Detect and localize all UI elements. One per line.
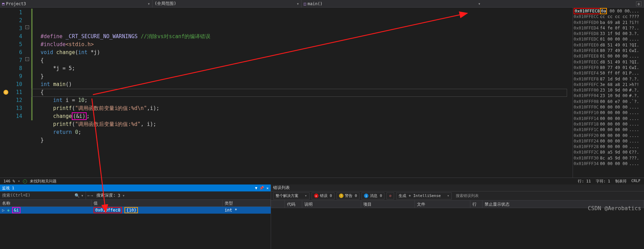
watch-title: 监视 1 xyxy=(2,186,14,191)
messages-filter[interactable]: i消息 0 xyxy=(362,192,384,199)
watch-columns: 名称 值 类型 xyxy=(0,200,271,207)
function-selector[interactable]: ◫ main() ▾ ✢ xyxy=(302,0,644,7)
zoom-level[interactable]: 146 % xyxy=(3,179,15,183)
watch-value: {10} xyxy=(124,207,138,213)
stmt-assign: *j = 5; xyxy=(53,65,75,71)
status-crlf: CRLF xyxy=(632,179,641,184)
status-tabs: 制表符 xyxy=(615,179,627,184)
context-bar: ⬒ Project3 ▾ (全局范围) ▾ ◫ main() ▾ ✢ xyxy=(0,0,644,8)
param-j: *j xyxy=(91,49,97,55)
col-code[interactable]: 代码 xyxy=(285,200,302,208)
line-gutter: − − 1234567891011121314 xyxy=(0,8,31,178)
args: , i); xyxy=(141,121,156,127)
watch-type: int * xyxy=(223,208,271,213)
col-file[interactable]: 文件 xyxy=(415,200,470,208)
chevron-down-icon: ▾ xyxy=(148,1,150,6)
chevron-down-icon: ▾ xyxy=(297,1,299,6)
status-line: 行: 11 xyxy=(578,179,591,184)
string-literal: "调用函数后变量i的值:%d" xyxy=(75,121,140,127)
warnings-filter[interactable]: !警告 0 xyxy=(337,192,359,199)
dropdown-icon[interactable]: ▼ xyxy=(255,186,258,190)
change-bar xyxy=(31,9,33,120)
args: ,i); xyxy=(147,105,159,111)
watch-row[interactable]: ▷ ◈ &i 0x010ffec8 {10} int * xyxy=(0,207,271,214)
highlighted-arg: (&i) xyxy=(72,112,86,120)
semicolon: ; xyxy=(87,113,90,119)
info-icon: i xyxy=(364,194,368,198)
watch-header[interactable]: 监视 1 ▼📌✕ xyxy=(0,184,271,191)
clear-icon: ⊘ xyxy=(389,194,392,198)
fn-main: main xyxy=(53,81,66,87)
kw-int: int xyxy=(41,81,50,87)
split-button[interactable]: ✢ xyxy=(636,1,642,6)
col-value[interactable]: 值 xyxy=(92,200,223,206)
col-name[interactable]: 名称 xyxy=(0,200,92,206)
code-content[interactable]: #define _CRT_SECURE_NO_WARNINGS //消除vs对s… xyxy=(31,8,573,178)
var-icon: ◈ xyxy=(7,208,9,213)
warning-icon: ! xyxy=(339,194,343,198)
clear-button[interactable]: ⊘ xyxy=(386,192,394,199)
nav-prev-icon[interactable]: ← xyxy=(87,193,90,198)
scope-selector[interactable]: (全局范围) ▾ xyxy=(153,0,302,7)
error-icon: ✕ xyxy=(314,194,319,198)
watch-panel: 监视 1 ▼📌✕ 搜索(Ctrl+E) 🔍▾ ← → 搜索深度: 3 ▾ 名称 … xyxy=(0,184,271,249)
breakpoint-current-icon[interactable] xyxy=(3,90,8,95)
kw-void: void xyxy=(41,49,53,55)
watch-toolbar: 搜索(Ctrl+E) 🔍▾ ← → 搜索深度: 3 ▾ xyxy=(0,191,271,200)
nav-next-icon[interactable]: → xyxy=(90,193,93,198)
status-col: 字符: 1 xyxy=(596,179,610,184)
fn-change: change xyxy=(56,49,75,55)
macro-name: _CRT_SECURE_NO_WARNINGS xyxy=(66,33,138,40)
search-placeholder: 搜索(Ctrl+E) xyxy=(2,192,31,198)
current-line-highlight xyxy=(31,89,567,97)
solution-filter[interactable]: 整个解决方案▾ xyxy=(273,192,310,199)
function-icon: ◫ xyxy=(304,1,306,6)
kw-include: #include xyxy=(41,41,66,48)
search-icon: 🔍 xyxy=(75,193,80,198)
fn-printf: printf xyxy=(53,121,72,127)
project-icon: ⬒ xyxy=(2,1,5,6)
depth-value[interactable]: 3 xyxy=(118,193,120,198)
depth-label: 搜索深度: xyxy=(96,192,115,198)
header-name: <stdio.h> xyxy=(66,41,94,48)
scope-label: (全局范围) xyxy=(155,1,176,7)
project-name: Project3 xyxy=(6,1,26,6)
project-selector[interactable]: ⬒ Project3 ▾ xyxy=(0,0,153,7)
status-bar: 146 % ▾ ✓ 未找到相关问题 行: 11 字符: 1 制表符 CRLF xyxy=(0,178,644,184)
watch-search[interactable]: 搜索(Ctrl+E) 🔍▾ xyxy=(0,191,86,199)
close-icon[interactable]: ✕ xyxy=(266,186,269,190)
errlist-toolbar: 整个解决方案▾ ✕错误 0 !警告 0 i消息 0 ⊘ 生成 + Intelli… xyxy=(271,191,644,200)
col-type[interactable]: 类型 xyxy=(223,200,271,206)
errlist-header[interactable]: 错误列表 xyxy=(271,184,644,191)
chevron-down-icon: ▾ xyxy=(478,1,480,6)
kw-define: #define xyxy=(41,33,62,40)
code-editor[interactable]: − − 1234567891011121314 #define _CRT_SEC… xyxy=(0,8,573,178)
col-desc[interactable]: 说明 xyxy=(302,200,361,208)
fold-icon[interactable]: − xyxy=(25,25,29,29)
build-filter[interactable]: 生成 + IntelliSense▾ xyxy=(396,192,452,199)
bottom-panels: 监视 1 ▼📌✕ 搜索(Ctrl+E) 🔍▾ ← → 搜索深度: 3 ▾ 名称 … xyxy=(0,184,644,249)
pin-icon[interactable]: 📌 xyxy=(259,186,264,190)
memory-panel[interactable]: 0x010FFEC80a 00 00 00....0x010FFECCcc cc… xyxy=(573,8,644,178)
fold-icon[interactable]: − xyxy=(25,57,29,61)
chevron-down-icon[interactable]: ▾ xyxy=(122,193,125,198)
kw-int: int xyxy=(78,49,87,55)
col-line[interactable]: 行 xyxy=(470,200,482,208)
function-name: main() xyxy=(307,1,322,6)
errlist-search[interactable]: 搜索错误列表 xyxy=(454,192,642,199)
col-project[interactable]: 项目 xyxy=(361,200,415,208)
check-icon: ✓ xyxy=(23,179,27,183)
issues-text: 未找到相关问题 xyxy=(30,179,56,184)
comment: //消除vs对scanf的编译错误 xyxy=(141,33,210,40)
fn-printf: printf xyxy=(53,105,72,111)
kw-int: int xyxy=(53,97,62,103)
error-list-panel: 错误列表 整个解决方案▾ ✕错误 0 !警告 0 i消息 0 ⊘ 生成 + In… xyxy=(271,184,644,249)
main-area: − − 1234567891011121314 #define _CRT_SEC… xyxy=(0,8,644,178)
string-literal: "调用函数前变量i的值:%d\n" xyxy=(75,105,147,111)
watch-address: 0x010ffec8 xyxy=(94,207,122,213)
errlist-title: 错误列表 xyxy=(273,185,290,191)
fn-change-call: change xyxy=(53,113,72,119)
errors-filter[interactable]: ✕错误 0 xyxy=(312,192,334,199)
watch-var-name: &i xyxy=(12,207,20,213)
watermark: CSDN @Aerobatics xyxy=(588,205,641,212)
